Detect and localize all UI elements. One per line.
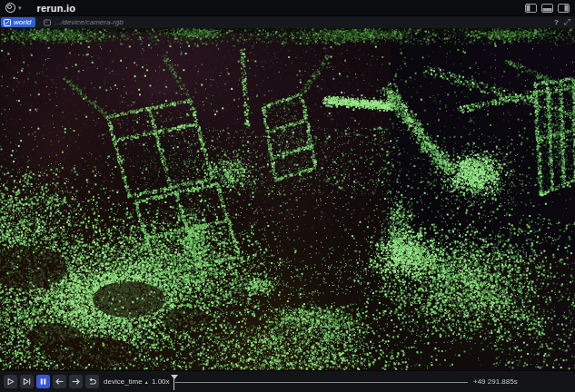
- rerun-viewer-window: ▾ rerun.io: [0, 0, 575, 392]
- rerun-logo-icon: [5, 3, 15, 13]
- step-back-button[interactable]: [53, 375, 66, 388]
- loop-icon: [87, 377, 97, 387]
- sort-indicator-icon: ▲: [144, 379, 149, 385]
- top-bar: ▾ rerun.io: [0, 0, 575, 16]
- bottom-panel-icon: [541, 4, 553, 13]
- toggle-right-panel-button[interactable]: [557, 3, 570, 13]
- tab-camera-rgb[interactable]: …/device/camera-rgb: [41, 17, 127, 27]
- app-menu-button[interactable]: ▾: [5, 3, 22, 13]
- current-time-readout: +49 291.885s: [473, 377, 518, 386]
- arrow-left-icon: [55, 377, 64, 387]
- pause-button[interactable]: [36, 375, 50, 388]
- spatial-view-icon: [4, 19, 11, 26]
- viewport-tab-bar: world …/device/camera-rgb ? ⤢: [0, 16, 575, 28]
- timeline-select[interactable]: device_time ▲: [104, 377, 149, 386]
- timeline-name-label: device_time: [104, 377, 143, 386]
- left-panel-icon: [525, 4, 537, 13]
- timeline-bar: device_time ▲ 1.00x +49 291.885s: [0, 370, 575, 392]
- app-title: rerun.io: [37, 3, 76, 14]
- follow-button[interactable]: [20, 375, 34, 388]
- tab-camera-rgb-label: …/device/camera-rgb: [54, 18, 123, 26]
- chevron-down-icon: ▾: [18, 5, 22, 11]
- pause-icon: [38, 377, 48, 387]
- right-panel-icon: [558, 4, 570, 13]
- toggle-left-panel-button[interactable]: [524, 3, 537, 13]
- viewport-3d[interactable]: [0, 28, 575, 370]
- playhead-line: [173, 378, 174, 390]
- playback-speed[interactable]: 1.00x: [152, 377, 170, 386]
- playhead-marker[interactable]: [171, 375, 178, 379]
- arrow-right-icon: [71, 377, 81, 387]
- tab-world[interactable]: world: [1, 17, 35, 27]
- play-button[interactable]: [4, 375, 17, 388]
- follow-icon: [22, 377, 32, 387]
- fullscreen-icon[interactable]: ⤢: [564, 18, 570, 26]
- toggle-bottom-panel-button[interactable]: [540, 3, 553, 13]
- help-button[interactable]: ?: [554, 18, 559, 26]
- timeline-track[interactable]: [175, 382, 468, 383]
- tab-world-label: world: [14, 18, 31, 26]
- image-view-icon: [44, 19, 51, 26]
- loop-button[interactable]: [85, 375, 99, 388]
- step-forward-button[interactable]: [69, 375, 83, 388]
- play-icon: [5, 377, 15, 387]
